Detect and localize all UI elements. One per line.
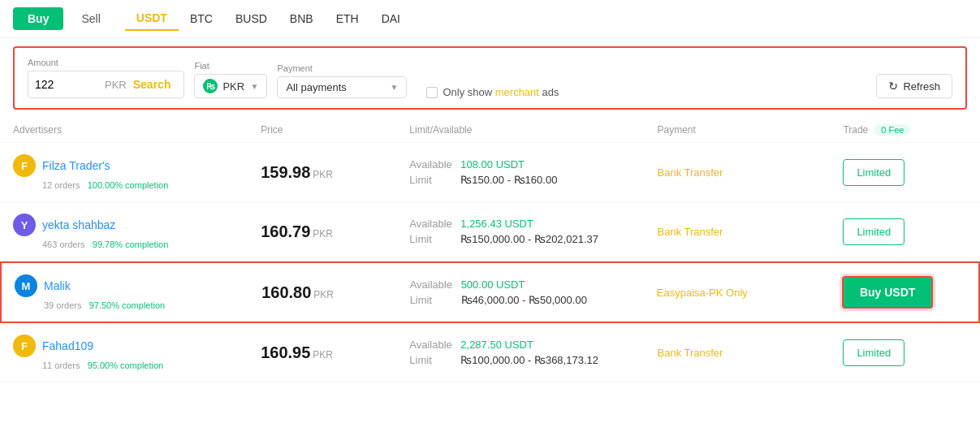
- merchant-checkbox[interactable]: [426, 87, 438, 98]
- table-row: F Fahad109 11 orders 95.00% completion 1…: [0, 323, 980, 382]
- buy-tab[interactable]: Buy: [13, 7, 63, 30]
- payment-select[interactable]: All payments ▼: [277, 76, 407, 98]
- available-label: Available: [409, 339, 454, 351]
- fiat-label: Fiat: [194, 61, 267, 71]
- price-col: 159.98PKR: [261, 163, 409, 182]
- avatar: M: [15, 274, 37, 297]
- col-limit: Limit/Available: [409, 124, 657, 136]
- currency-tab-dai[interactable]: DAI: [370, 6, 412, 31]
- currency-tab-btc[interactable]: BTC: [179, 6, 224, 31]
- advertiser-meta: 12 orders 100.00% completion: [42, 180, 261, 190]
- limit-val: ₨150,000.00 - ₨202,021.37: [460, 233, 598, 245]
- amount-currency: PKR: [105, 79, 127, 91]
- available-val: 1,256.43 USDT: [460, 218, 533, 230]
- col-price: Price: [261, 124, 409, 136]
- price-unit: PKR: [313, 349, 333, 360]
- payment-col: Bank Transfer: [658, 226, 844, 238]
- avatar: F: [13, 335, 36, 357]
- table-row: F Filza Trader's 12 orders 100.00% compl…: [0, 143, 980, 202]
- advertiser-meta: 39 orders 97.50% completion: [44, 300, 261, 310]
- limit-label: Limit: [410, 294, 455, 306]
- price-col: 160.80PKR: [261, 283, 410, 302]
- payment-arrow-icon: ▼: [391, 83, 399, 92]
- amount-input-wrap: PKR Search: [28, 71, 184, 98]
- merchant-link[interactable]: merchant: [495, 86, 539, 98]
- limit-label: Limit: [409, 233, 454, 245]
- col-trade-wrap: Trade 0 Fee: [843, 124, 967, 136]
- price-unit: PKR: [313, 228, 333, 240]
- amount-label: Amount: [28, 58, 184, 67]
- table-row: M Malik 39 orders 97.50% completion 160.…: [0, 261, 980, 323]
- currency-tab-busd[interactable]: BUSD: [224, 6, 278, 31]
- available-val: 108.00 USDT: [460, 158, 525, 171]
- top-bar: Buy Sell USDTBTCBUSDBNBETHDAI: [0, 0, 980, 38]
- payment-col: Bank Transfer: [658, 347, 844, 359]
- merchant-wrap: Only show merchant ads: [426, 86, 559, 98]
- limited-button[interactable]: Limited: [843, 159, 904, 186]
- merchant-label: Only show merchant ads: [443, 86, 559, 98]
- advertiser-name[interactable]: Fahad109: [42, 339, 93, 352]
- col-payment: Payment: [658, 124, 844, 136]
- advertiser-col: F Filza Trader's 12 orders 100.00% compl…: [13, 154, 261, 190]
- advertiser-col: F Fahad109 11 orders 95.00% completion: [13, 335, 261, 370]
- table-row: Y yekta shahbaz 463 orders 99.78% comple…: [0, 202, 980, 261]
- payment-col: Easypaisa-PK Only: [657, 287, 842, 299]
- price-unit: PKR: [313, 289, 334, 300]
- payment-value: All payments: [286, 81, 346, 93]
- fiat-group: Fiat ₨ PKR ▼: [194, 61, 267, 98]
- fiat-select[interactable]: ₨ PKR ▼: [194, 74, 267, 98]
- trade-col: Limited: [843, 159, 967, 186]
- available-label: Available: [410, 278, 455, 291]
- available-label: Available: [409, 218, 454, 230]
- fiat-value: PKR: [222, 80, 244, 93]
- available-label: Available: [409, 158, 454, 171]
- available-val: 2,287.50 USDT: [460, 339, 533, 351]
- refresh-label: Refresh: [903, 80, 940, 93]
- sell-tab[interactable]: Sell: [67, 7, 114, 30]
- currency-tab-usdt[interactable]: USDT: [125, 6, 179, 31]
- avatar: F: [13, 154, 36, 177]
- filter-bar: Amount PKR Search Fiat ₨ PKR ▼ Payment A…: [13, 46, 967, 110]
- limit-col: Available 108.00 USDT Limit ₨150.00 - ₨1…: [409, 158, 657, 186]
- search-button[interactable]: Search: [127, 75, 178, 94]
- table-body: F Filza Trader's 12 orders 100.00% compl…: [0, 143, 980, 382]
- col-advertisers: Advertisers: [13, 124, 261, 136]
- refresh-button[interactable]: ↺ Refresh: [876, 74, 952, 98]
- refresh-icon: ↺: [888, 80, 898, 93]
- limit-col: Available 500.00 USDT Limit ₨46,000.00 -…: [410, 278, 657, 306]
- advertiser-meta: 463 orders 99.78% completion: [42, 240, 261, 249]
- advertiser-name[interactable]: yekta shahbaz: [42, 218, 115, 231]
- limited-button[interactable]: Limited: [843, 339, 904, 366]
- payment-col: Bank Transfer: [658, 166, 844, 179]
- currency-tab-eth[interactable]: ETH: [325, 6, 370, 31]
- trade-col: Buy USDT: [842, 276, 965, 309]
- trade-col: Limited: [843, 218, 967, 245]
- advertiser-name[interactable]: Malik: [44, 279, 71, 292]
- amount-input[interactable]: [35, 78, 100, 91]
- limit-label: Limit: [409, 354, 454, 366]
- trade-col: Limited: [843, 339, 967, 366]
- amount-group: Amount PKR Search: [28, 58, 184, 98]
- fee-badge: 0 Fee: [874, 124, 910, 136]
- payment-label: Payment: [277, 63, 407, 73]
- advertiser-col: Y yekta shahbaz 463 orders 99.78% comple…: [13, 214, 261, 249]
- fiat-icon: ₨: [203, 79, 218, 93]
- advertiser-meta: 11 orders 95.00% completion: [42, 360, 261, 370]
- advertiser-name[interactable]: Filza Trader's: [42, 159, 110, 172]
- advertiser-col: M Malik 39 orders 97.50% completion: [15, 274, 261, 310]
- currency-tab-bnb[interactable]: BNB: [278, 6, 325, 31]
- limit-col: Available 2,287.50 USDT Limit ₨100,000.0…: [409, 339, 657, 366]
- buy-usdt-button[interactable]: Buy USDT: [842, 276, 933, 309]
- price-col: 160.79PKR: [261, 222, 409, 241]
- avatar: Y: [13, 214, 36, 236]
- currency-tabs: USDTBTCBUSDBNBETHDAI: [125, 6, 412, 31]
- payment-group: Payment All payments ▼: [277, 63, 407, 98]
- limit-col: Available 1,256.43 USDT Limit ₨150,000.0…: [409, 218, 657, 245]
- limit-val: ₨46,000.00 - ₨50,000.00: [461, 294, 587, 306]
- fiat-arrow-icon: ▼: [251, 82, 259, 91]
- limit-val: ₨150.00 - ₨160.00: [460, 174, 557, 186]
- limit-val: ₨100,000.00 - ₨368,173.12: [460, 354, 598, 366]
- limited-button[interactable]: Limited: [843, 218, 904, 245]
- col-trade: Trade: [843, 124, 868, 136]
- price-unit: PKR: [313, 169, 333, 180]
